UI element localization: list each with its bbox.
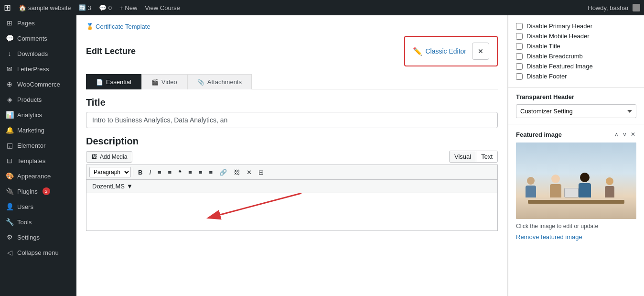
editor-body[interactable] bbox=[86, 193, 498, 231]
sidebar-item-elementor[interactable]: ◲ Elementor bbox=[0, 138, 76, 153]
featured-image-header: Featured image ∧ ∨ ✕ bbox=[516, 130, 636, 139]
checklist-item-label: Disable Mobile Header bbox=[526, 33, 590, 40]
letterpress-icon: ✉ bbox=[6, 65, 13, 73]
woocommerce-icon: ⊕ bbox=[6, 80, 13, 88]
pages-icon: ⊞ bbox=[6, 19, 13, 27]
tools-icon: 🔧 bbox=[6, 218, 13, 226]
checklist-item-label: Disable Primary Header bbox=[526, 22, 592, 30]
sidebar-item-plugins[interactable]: 🔌 Plugins 2 bbox=[0, 184, 76, 199]
disable-breadcrumb-checkbox[interactable] bbox=[516, 53, 523, 60]
featured-image-collapse-down[interactable]: ∨ bbox=[622, 130, 628, 139]
breadcrumb-link[interactable]: Certificate Template bbox=[96, 23, 150, 30]
sidebar-item-templates[interactable]: ⊟ Templates bbox=[0, 153, 76, 168]
view-course-link[interactable]: View Course bbox=[145, 4, 180, 11]
add-media-button[interactable]: 🖼 Add Media bbox=[86, 151, 132, 163]
ol-button[interactable]: ≡ bbox=[165, 168, 175, 177]
sidebar-item-users[interactable]: 👤 Users bbox=[0, 199, 76, 214]
comments-icon: 💬 bbox=[6, 34, 13, 42]
sidebar-item-label: Products bbox=[17, 96, 42, 103]
text-tab[interactable]: Text bbox=[476, 151, 498, 163]
sidebar-item-label: Settings bbox=[17, 234, 40, 241]
align-right-button[interactable]: ≡ bbox=[206, 168, 215, 177]
settings-icon: ⚙ bbox=[6, 233, 13, 241]
visual-tab[interactable]: Visual bbox=[449, 151, 476, 163]
featured-image-close[interactable]: ✕ bbox=[630, 130, 636, 139]
disable-title-checkbox[interactable] bbox=[516, 43, 523, 50]
align-center-button[interactable]: ≡ bbox=[196, 168, 205, 177]
featured-image-collapse-up[interactable]: ∧ bbox=[613, 130, 620, 139]
featured-image-controls: ∧ ∨ ✕ bbox=[613, 130, 636, 139]
breadcrumb-icon: 🏅 bbox=[86, 23, 94, 30]
sidebar-item-label: WooCommerce bbox=[17, 81, 60, 88]
sidebar-item-label: Appearance bbox=[17, 173, 51, 180]
close-icon: ✕ bbox=[478, 47, 483, 55]
add-media-label: Add Media bbox=[100, 153, 127, 160]
templates-icon: ⊟ bbox=[6, 157, 13, 164]
sidebar: ⊞ Pages 💬 Comments ↓ Downloads ✉ LetterP… bbox=[0, 15, 76, 296]
sidebar-item-analytics[interactable]: 📊 Analytics bbox=[0, 107, 76, 122]
link-button[interactable]: 🔗 bbox=[216, 168, 230, 177]
comments-icon: 💬 bbox=[99, 4, 107, 11]
blockquote-button[interactable]: ❝ bbox=[175, 168, 184, 177]
sidebar-item-comments[interactable]: 💬 Comments bbox=[0, 31, 76, 46]
sidebar-item-label: Pages bbox=[17, 20, 35, 27]
italic-button[interactable]: I bbox=[146, 168, 154, 177]
analytics-icon: 📊 bbox=[6, 111, 13, 119]
classic-editor-box: ✏️ Classic Editor ✕ bbox=[404, 36, 498, 66]
updates-link[interactable]: 🔄 3 bbox=[79, 4, 91, 11]
sidebar-item-pages[interactable]: ⊞ Pages bbox=[0, 15, 76, 31]
sidebar-item-appearance[interactable]: 🎨 Appearance bbox=[0, 168, 76, 184]
transparent-header-label: Transparent Header bbox=[516, 93, 636, 100]
visual-tab-label: Visual bbox=[454, 153, 471, 160]
customizer-setting-select[interactable]: Customizer Setting Enable Disable bbox=[516, 104, 636, 118]
unlink-button[interactable]: ⛓ bbox=[231, 168, 243, 177]
classic-editor-button[interactable]: ✏️ Classic Editor bbox=[413, 47, 466, 56]
bold-button[interactable]: B bbox=[135, 168, 145, 177]
sidebar-item-tools[interactable]: 🔧 Tools bbox=[0, 214, 76, 230]
sidebar-item-letterpress[interactable]: ✉ LetterPress bbox=[0, 61, 76, 77]
tab-label: Video bbox=[161, 78, 177, 86]
tab-essential[interactable]: 📄 Essential bbox=[86, 74, 141, 89]
featured-image-thumbnail[interactable] bbox=[516, 143, 636, 219]
tabs-row: 📄 Essential 🎬 Video 📎 Attachments bbox=[86, 74, 498, 89]
sidebar-item-label: Users bbox=[17, 203, 33, 210]
tab-video[interactable]: 🎬 Video bbox=[141, 74, 187, 89]
right-sidebar: Disable Primary Header Disable Mobile He… bbox=[508, 15, 644, 296]
close-editor-button[interactable]: ✕ bbox=[472, 43, 489, 60]
paragraph-select[interactable]: Paragraph Heading 1 Heading 2 bbox=[89, 167, 131, 177]
essential-tab-icon: 📄 bbox=[96, 79, 103, 86]
checklist-item-disable-footer: Disable Footer bbox=[516, 71, 636, 81]
sidebar-item-label: Collapse menu bbox=[17, 249, 59, 256]
ul-button[interactable]: ≡ bbox=[155, 168, 164, 177]
sidebar-collapse-menu[interactable]: ◁ Collapse menu bbox=[0, 245, 76, 260]
sidebar-item-marketing[interactable]: 🔔 Marketing bbox=[0, 122, 76, 138]
tab-attachments[interactable]: 📎 Attachments bbox=[187, 74, 252, 89]
more-button[interactable]: ✕ bbox=[244, 168, 255, 177]
disable-primary-header-checkbox[interactable] bbox=[516, 23, 523, 30]
table-button[interactable]: ⊞ bbox=[256, 168, 267, 177]
comments-link[interactable]: 💬 0 bbox=[99, 4, 112, 11]
collapse-icon: ◁ bbox=[6, 249, 13, 256]
checklist-item-label: Disable Title bbox=[526, 43, 560, 50]
svg-line-1 bbox=[220, 193, 301, 215]
sidebar-item-products[interactable]: ◈ Products bbox=[0, 92, 76, 107]
checklist-item-disable-mobile-header: Disable Mobile Header bbox=[516, 31, 636, 41]
site-name-link[interactable]: 🏠 sample website bbox=[19, 4, 71, 11]
align-left-button[interactable]: ≡ bbox=[185, 168, 195, 177]
wp-logo-icon[interactable]: ⊞ bbox=[4, 2, 11, 13]
editor-toolbar-top: 🖼 Add Media Visual Text bbox=[86, 151, 498, 163]
sidebar-item-downloads[interactable]: ↓ Downloads bbox=[0, 46, 76, 61]
sidebar-item-settings[interactable]: ⚙ Settings bbox=[0, 230, 76, 245]
disable-mobile-header-checkbox[interactable] bbox=[516, 33, 523, 40]
remove-featured-image-link[interactable]: Remove featured image bbox=[516, 233, 582, 241]
avatar[interactable] bbox=[633, 4, 640, 11]
sidebar-item-label: Elementor bbox=[17, 142, 45, 149]
tab-label: Attachments bbox=[207, 78, 242, 86]
dozentml-button[interactable]: DozentLMS ▼ bbox=[89, 182, 136, 191]
disable-featured-image-checkbox[interactable] bbox=[516, 63, 523, 70]
title-input[interactable] bbox=[86, 112, 498, 128]
plugins-icon: 🔌 bbox=[6, 187, 13, 195]
disable-footer-checkbox[interactable] bbox=[516, 73, 523, 80]
sidebar-item-woocommerce[interactable]: ⊕ WooCommerce bbox=[0, 77, 76, 92]
new-content-link[interactable]: + New bbox=[119, 4, 137, 11]
